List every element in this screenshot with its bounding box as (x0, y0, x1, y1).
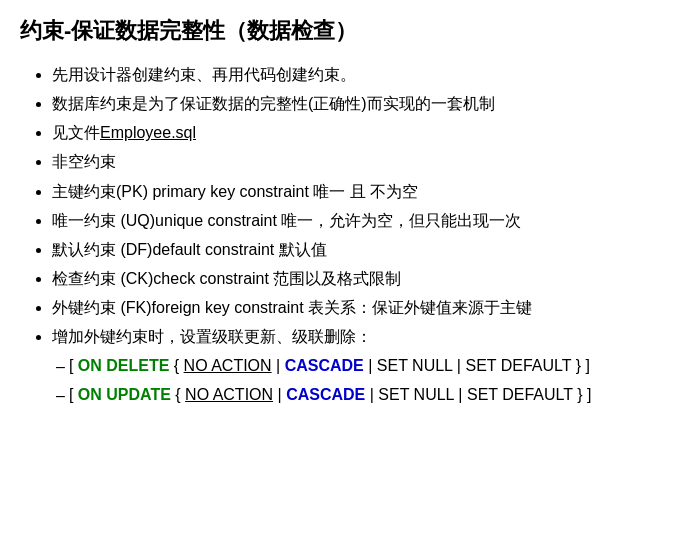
list-item-cascade: 增加外键约束时，设置级联更新、级联删除： – [ ON DELETE { NO … (52, 323, 670, 409)
no-action-2: NO ACTION (185, 386, 273, 403)
pipe-2-1: | (273, 386, 286, 403)
employee-sql-link[interactable]: Employee.sql (100, 124, 196, 141)
no-action-1: NO ACTION (184, 357, 272, 374)
brace-open-2: { (171, 386, 185, 403)
pipe-2-3: | (454, 386, 467, 403)
cascade-1: CASCADE (285, 357, 364, 374)
main-list: 先用设计器创建约束、再用代码创建约束。 数据库约束是为了保证数据的完整性(正确性… (20, 61, 670, 409)
cascade-intro-text: 增加外键约束时，设置级联更新、级联删除： (52, 328, 372, 345)
bullet-text: 数据库约束是为了保证数据的完整性(正确性)而实现的一套机制 (52, 95, 495, 112)
dash-prefix: – (56, 353, 65, 380)
brace-close-2: } ] (573, 386, 592, 403)
list-item: 见文件Employee.sql (52, 119, 670, 146)
pipe-1-1: | (272, 357, 285, 374)
bullet-text: 非空约束 (52, 153, 116, 170)
on-update-content: [ ON UPDATE { NO ACTION | CASCADE | SET … (69, 382, 670, 408)
bracket-open-2: [ (69, 386, 78, 403)
brace-close-1: } ] (571, 357, 590, 374)
bullet-text: 主键约束(PK) primary key constraint 唯一 且 不为空 (52, 183, 418, 200)
set-default-2: SET DEFAULT (467, 386, 573, 403)
list-item: 默认约束 (DF)default constraint 默认值 (52, 236, 670, 263)
bullet-text: 先用设计器创建约束、再用代码创建约束。 (52, 66, 356, 83)
set-null-1: SET NULL (377, 357, 453, 374)
list-item: 唯一约束 (UQ)unique constraint 唯一，允许为空，但只能出现… (52, 207, 670, 234)
sub-list: – [ ON DELETE { NO ACTION | CASCADE | SE… (52, 353, 670, 409)
brace-open-1: { (169, 357, 183, 374)
sub-list-item-on-delete: – [ ON DELETE { NO ACTION | CASCADE | SE… (52, 353, 670, 380)
pipe-1-2: | (364, 357, 377, 374)
list-item: 外键约束 (FK)foreign key constraint 表关系：保证外键… (52, 294, 670, 321)
on-delete-keyword: ON DELETE (78, 357, 170, 374)
on-update-keyword: ON UPDATE (78, 386, 171, 403)
bullet-text: 见文件 (52, 124, 100, 141)
on-delete-content: [ ON DELETE { NO ACTION | CASCADE | SET … (69, 353, 670, 379)
cascade-2: CASCADE (286, 386, 365, 403)
set-default-1: SET DEFAULT (465, 357, 571, 374)
page-title: 约束-保证数据完整性（数据检查） (20, 16, 670, 47)
pipe-2-2: | (365, 386, 378, 403)
bullet-text: 默认约束 (DF)default constraint 默认值 (52, 241, 327, 258)
set-null-2: SET NULL (378, 386, 454, 403)
list-item: 检查约束 (CK)check constraint 范围以及格式限制 (52, 265, 670, 292)
dash-prefix-2: – (56, 382, 65, 409)
pipe-1-3: | (452, 357, 465, 374)
bullet-text: 唯一约束 (UQ)unique constraint 唯一，允许为空，但只能出现… (52, 212, 521, 229)
bullet-text: 检查约束 (CK)check constraint 范围以及格式限制 (52, 270, 401, 287)
bullet-text: 外键约束 (FK)foreign key constraint 表关系：保证外键… (52, 299, 532, 316)
list-item: 先用设计器创建约束、再用代码创建约束。 (52, 61, 670, 88)
sub-list-item-on-update: – [ ON UPDATE { NO ACTION | CASCADE | SE… (52, 382, 670, 409)
list-item: 非空约束 (52, 148, 670, 175)
bracket-open-1: [ (69, 357, 78, 374)
list-item: 数据库约束是为了保证数据的完整性(正确性)而实现的一套机制 (52, 90, 670, 117)
list-item: 主键约束(PK) primary key constraint 唯一 且 不为空 (52, 178, 670, 205)
